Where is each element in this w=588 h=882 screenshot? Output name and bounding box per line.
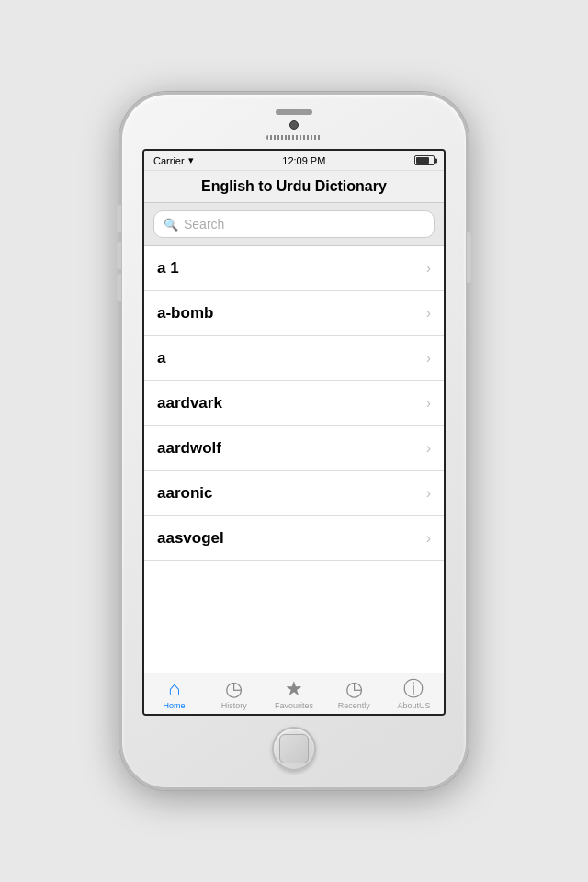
status-bar: Carrier ▾ 12:09 PM bbox=[144, 151, 444, 171]
aboutus-icon: ⓘ bbox=[403, 679, 424, 699]
status-right bbox=[414, 155, 435, 165]
phone-frame: Carrier ▾ 12:09 PM English to Urdu Dicti… bbox=[119, 92, 469, 790]
chevron-right-icon: › bbox=[426, 530, 431, 547]
navigation-bar: English to Urdu Dictionary bbox=[144, 171, 444, 203]
carrier-label: Carrier bbox=[153, 155, 185, 166]
list-item[interactable]: aasvogel › bbox=[144, 516, 444, 561]
list-item[interactable]: aardvark › bbox=[144, 381, 444, 426]
tab-aboutus[interactable]: ⓘ AboutUS bbox=[384, 679, 444, 710]
chevron-right-icon: › bbox=[426, 440, 431, 457]
word-text: aasvogel bbox=[157, 529, 224, 548]
recently-icon: ◷ bbox=[345, 679, 363, 699]
word-list: a 1 › a-bomb › a › aardvark › aardwolf ›… bbox=[144, 246, 444, 673]
tab-favourites-label: Favourites bbox=[275, 701, 313, 710]
chevron-right-icon: › bbox=[426, 260, 431, 277]
tab-recently-label: Recently bbox=[338, 701, 370, 710]
chevron-right-icon: › bbox=[426, 395, 431, 412]
tab-home-label: Home bbox=[164, 701, 186, 710]
history-icon: ◷ bbox=[225, 679, 243, 699]
word-text: a bbox=[157, 349, 165, 368]
word-text: aardvark bbox=[157, 394, 222, 413]
status-left: Carrier ▾ bbox=[153, 154, 194, 166]
list-item[interactable]: a-bomb › bbox=[144, 291, 444, 336]
word-text: aardwolf bbox=[157, 439, 221, 458]
home-button[interactable] bbox=[272, 727, 316, 771]
search-bar-wrapper: 🔍 Search bbox=[144, 203, 444, 246]
list-item[interactable]: a 1 › bbox=[144, 246, 444, 291]
tab-favourites[interactable]: ★ Favourites bbox=[264, 679, 323, 710]
status-time: 12:09 PM bbox=[282, 155, 325, 166]
phone-bottom bbox=[272, 716, 316, 787]
phone-top-bar bbox=[122, 95, 466, 149]
chevron-right-icon: › bbox=[426, 350, 431, 367]
list-item[interactable]: a › bbox=[144, 336, 444, 381]
tab-bar: ⌂ Home ◷ History ★ Favourites ◷ Recently… bbox=[144, 673, 444, 714]
tab-history-label: History bbox=[221, 701, 247, 710]
list-item[interactable]: aardwolf › bbox=[144, 426, 444, 471]
camera bbox=[289, 120, 299, 130]
list-item[interactable]: aaronic › bbox=[144, 471, 444, 516]
phone-screen: Carrier ▾ 12:09 PM English to Urdu Dicti… bbox=[142, 149, 446, 716]
tab-history[interactable]: ◷ History bbox=[204, 679, 264, 710]
battery-fill bbox=[416, 157, 429, 164]
word-text: a-bomb bbox=[157, 304, 213, 322]
speaker-top bbox=[276, 109, 312, 115]
battery-icon bbox=[414, 155, 435, 165]
home-icon: ⌂ bbox=[168, 679, 180, 699]
search-bar[interactable]: 🔍 Search bbox=[153, 210, 435, 238]
chevron-right-icon: › bbox=[426, 485, 431, 502]
nav-title: English to Urdu Dictionary bbox=[201, 178, 387, 194]
search-placeholder[interactable]: Search bbox=[184, 217, 224, 232]
word-text: aaronic bbox=[157, 484, 212, 503]
wifi-icon: ▾ bbox=[188, 154, 194, 166]
search-icon: 🔍 bbox=[164, 218, 178, 232]
tab-home[interactable]: ⌂ Home bbox=[144, 679, 204, 710]
chevron-right-icon: › bbox=[426, 305, 431, 322]
speaker-grill bbox=[266, 135, 322, 140]
word-text: a 1 bbox=[157, 259, 179, 277]
home-button-inner bbox=[279, 734, 309, 763]
favourites-icon: ★ bbox=[285, 679, 303, 699]
tab-aboutus-label: AboutUS bbox=[397, 701, 430, 710]
tab-recently[interactable]: ◷ Recently bbox=[324, 679, 384, 710]
